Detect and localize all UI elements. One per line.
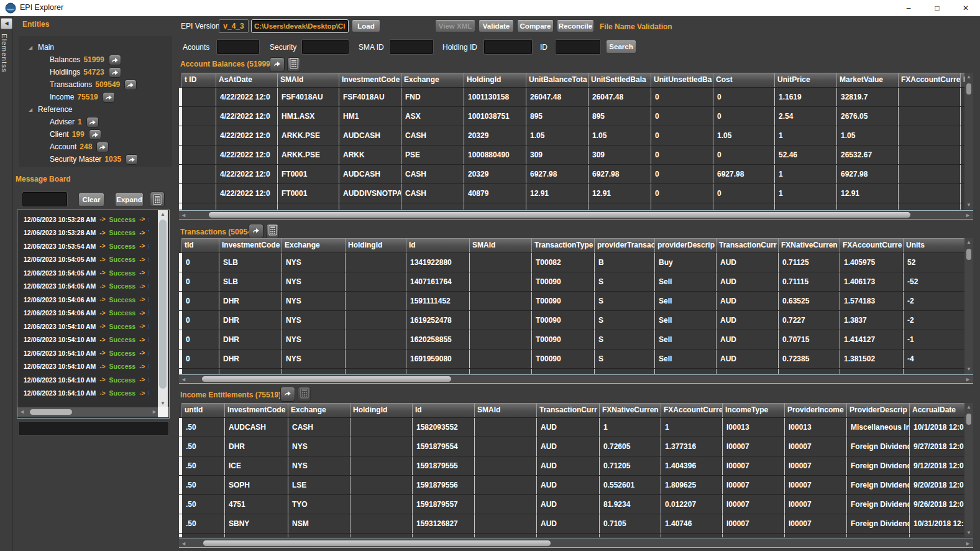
close-button[interactable]: ✕ (951, 0, 980, 16)
tree-item-holdiings[interactable]: Holdiings54723 (19, 66, 172, 78)
cell[interactable]: I00007 (785, 456, 847, 475)
tree-item-reference[interactable]: ◢Reference (19, 103, 172, 116)
cell[interactable]: T00090 (532, 330, 595, 349)
horizontal-scrollbar[interactable]: ◄ ► (179, 374, 973, 384)
cell[interactable]: T00090 (532, 350, 595, 368)
sidebar-bottom-input[interactable] (19, 422, 168, 435)
cell[interactable]: NYS (282, 272, 346, 291)
cell[interactable]: S (595, 330, 655, 349)
cell[interactable] (470, 369, 532, 374)
scrollbar-thumb[interactable] (30, 409, 72, 415)
cell[interactable]: 0 (713, 146, 775, 164)
message-row[interactable]: 12/06/2023 10:54:10 AM->Success->Proc (19, 387, 149, 400)
cell[interactable] (182, 534, 225, 537)
share-icon[interactable] (96, 142, 109, 152)
cell[interactable]: 1.414127 (840, 330, 904, 349)
cell[interactable] (717, 369, 779, 374)
export-icon[interactable] (280, 387, 295, 402)
calculator-icon[interactable] (287, 57, 300, 72)
cell[interactable]: HM1.ASX (278, 107, 339, 126)
cell[interactable]: 6927.98 (526, 165, 588, 183)
column-header-asatdate[interactable]: AsAtDate (216, 73, 278, 87)
cell[interactable]: AUDCASH (339, 126, 401, 145)
cell[interactable]: TYO (288, 495, 350, 514)
cell[interactable]: 1591879555 (413, 456, 475, 475)
cell[interactable] (910, 534, 964, 537)
cell[interactable]: NYS (282, 253, 346, 272)
cell[interactable]: AUD (537, 456, 600, 475)
message-row[interactable]: 12/06/2023 10:53:28 AM->Success->Start (19, 213, 149, 226)
cell[interactable]: 1591879554 (413, 437, 475, 456)
cell[interactable]: I00013 (785, 418, 847, 437)
cell[interactable] (470, 292, 532, 310)
message-row[interactable]: 12/06/2023 10:54:10 AM->Success->Proc (19, 320, 149, 333)
cell[interactable]: 0 (713, 88, 775, 106)
tree-item-client[interactable]: Client199 (19, 128, 172, 141)
cell[interactable]: 0 (651, 146, 713, 164)
cell[interactable]: I00007 (785, 437, 847, 456)
table-row[interactable]: 4/22/2022 12:0HM1.ASXHM1ASX1001038751895… (179, 107, 964, 126)
cell[interactable]: 1.40746 (661, 514, 723, 533)
cell[interactable]: 1.406173 (840, 272, 904, 291)
cell[interactable]: .50 (182, 418, 225, 437)
message-row[interactable]: 12/06/2023 10:54:06 AM->Success->Proc (19, 307, 149, 320)
cell[interactable] (346, 253, 406, 272)
cell[interactable]: I00007 (785, 514, 847, 533)
file-path-input[interactable] (251, 19, 349, 33)
expander-icon[interactable]: ◢ (29, 45, 38, 50)
column-header-t-id[interactable]: t ID (182, 73, 216, 87)
compare-button[interactable]: Compare (517, 19, 554, 32)
table-row[interactable] (179, 369, 964, 374)
table-row[interactable]: 4/22/2022 12:0FSF4018AUFSF4018AUFND10011… (179, 88, 964, 107)
table-row[interactable] (179, 203, 964, 210)
cell[interactable]: NYS (288, 437, 350, 456)
cell[interactable]: AUD (717, 350, 779, 368)
cell[interactable]: 0 (182, 330, 219, 349)
cell[interactable]: SLB (219, 272, 282, 291)
share-icon[interactable] (103, 92, 115, 103)
cell[interactable]: CASH (288, 418, 350, 437)
cell[interactable] (350, 534, 413, 537)
cell[interactable] (655, 369, 717, 374)
cell[interactable]: S (595, 272, 655, 291)
cell[interactable]: DHR (225, 437, 288, 456)
cell[interactable] (464, 203, 526, 210)
scrollbar-thumb[interactable] (966, 414, 971, 425)
tree-item-balances[interactable]: Balances51999 (19, 53, 172, 66)
cell[interactable]: 32819.7 (837, 88, 899, 106)
column-header-transactioncurr[interactable]: TransactionCurr (717, 238, 779, 252)
tree-item-account[interactable]: Account248 (19, 141, 172, 153)
cell[interactable] (470, 330, 532, 349)
cell[interactable] (847, 534, 910, 537)
collapse-arrow-icon[interactable]: ◀ (1, 18, 12, 29)
cell[interactable]: T00090 (532, 292, 595, 310)
cell[interactable]: 1.05 (713, 126, 775, 145)
cell[interactable]: -2 (904, 311, 964, 330)
column-header-exchange[interactable]: Exchange (288, 403, 350, 417)
cell[interactable] (470, 253, 532, 272)
message-row[interactable]: 12/06/2023 10:54:10 AM->Success->Proc (19, 360, 149, 374)
cell[interactable] (413, 534, 475, 537)
holding-id-input[interactable] (484, 40, 532, 54)
cell[interactable]: LSE (288, 476, 350, 494)
message-row[interactable]: 12/06/2023 10:53:54 AM->Success->Dese (19, 239, 149, 253)
cell[interactable]: SLB (219, 253, 282, 272)
cell[interactable]: .50 (182, 437, 225, 456)
cell[interactable] (182, 184, 216, 203)
cell[interactable]: 20329 (464, 165, 526, 183)
cell[interactable]: HM1 (339, 107, 401, 126)
cell[interactable] (182, 126, 216, 145)
vertical-scrollbar[interactable]: ▲ ▼ (964, 73, 973, 210)
expander-icon[interactable]: ◢ (29, 107, 38, 113)
scrollbar-thumb[interactable] (209, 212, 910, 218)
column-header-unitprice[interactable]: UnitPrice (775, 73, 837, 87)
cell[interactable]: 0 (651, 88, 713, 106)
calculator-icon[interactable] (266, 224, 279, 239)
cell[interactable]: FT0001 (278, 165, 339, 183)
cell[interactable]: FSF4018AU (278, 88, 339, 106)
column-header-fxaccountcurre[interactable]: FXAccountCurre (661, 403, 723, 417)
cell[interactable] (219, 369, 282, 374)
cell[interactable]: 0 (182, 253, 219, 272)
cell[interactable]: 0 (713, 107, 775, 126)
cell[interactable]: AUD (717, 311, 779, 330)
